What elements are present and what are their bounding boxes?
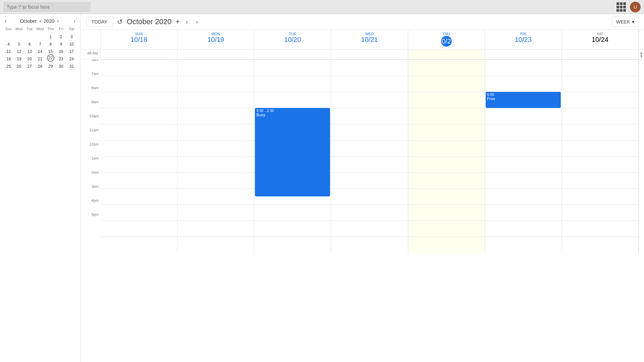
- user-avatar[interactable]: U: [630, 2, 641, 12]
- mini-cal-day-24[interactable]: 24: [66, 54, 77, 62]
- busy-event[interactable]: 9:00 - 2:30 Busy: [255, 108, 330, 196]
- mini-cal-year: 2020: [44, 18, 54, 24]
- week-grid: SUN 10/18 MON 10/19 TUE 10/20 WED 10/21 …: [80, 30, 644, 362]
- mini-cal-day-17[interactable]: 17: [66, 47, 77, 54]
- time-labels-col: 6am 7am 8am 9am 10am 11am 12pm 1pm 2pm 3…: [80, 60, 101, 253]
- day-col-sat[interactable]: [562, 60, 639, 253]
- mini-cal-day-9[interactable]: 9: [56, 40, 66, 47]
- mini-cal-day-19[interactable]: 19: [14, 54, 24, 62]
- search-input[interactable]: [3, 2, 91, 12]
- allday-scroll-btns: ▲ ▼: [639, 50, 644, 59]
- mini-cal-day-25[interactable]: 25: [3, 62, 14, 69]
- mini-cal-day-16[interactable]: 16: [56, 47, 66, 54]
- time-label-8am: 8am: [80, 86, 101, 102]
- mini-cal-day-5[interactable]: 5: [14, 40, 24, 47]
- mini-cal-day-empty: [24, 32, 35, 40]
- mini-cal-day-empty: [35, 32, 45, 40]
- mini-cal-day-29[interactable]: 29: [45, 62, 56, 69]
- cal-toolbar: TODAY ↺ October 2020 + ‹ › WEEK ▾: [80, 14, 644, 30]
- day-col-wed[interactable]: [331, 60, 408, 253]
- time-label-12pm: 12pm: [80, 142, 101, 158]
- allday-tue[interactable]: [254, 50, 331, 59]
- allday-thu[interactable]: [408, 50, 485, 59]
- day-header-wed[interactable]: WED 10/21: [331, 30, 408, 49]
- day-header-thu[interactable]: THU 10/22: [408, 30, 485, 49]
- mini-cal-day-4[interactable]: 4: [3, 40, 14, 47]
- refresh-icon[interactable]: ↺: [117, 18, 123, 26]
- mini-cal-day-empty: [3, 32, 14, 40]
- mini-cal-day-1[interactable]: 1: [45, 32, 56, 40]
- mini-cal-prev[interactable]: ‹: [3, 17, 8, 25]
- view-select[interactable]: WEEK ▾: [612, 17, 639, 27]
- allday-fri[interactable]: [485, 50, 562, 59]
- mini-cal-day-21[interactable]: 21: [35, 54, 45, 62]
- next-week-button[interactable]: ›: [194, 17, 200, 27]
- allday-row: all-day ▲ ▼: [80, 50, 644, 60]
- mini-cal-day-23[interactable]: 23: [56, 54, 66, 62]
- scrollbar-placeholder: [639, 60, 644, 253]
- mini-cal-day-28[interactable]: 28: [35, 62, 45, 69]
- mini-cal-grid: Sun Mon Tue Wed Thu Fri Sat 1 2 3: [3, 27, 77, 69]
- day-col-sun[interactable]: [101, 60, 177, 253]
- day-headers: SUN 10/18 MON 10/19 TUE 10/20 WED 10/21 …: [80, 30, 644, 50]
- chevron-down-icon: ▾: [632, 19, 634, 24]
- day-header-sat[interactable]: SAT 10/24: [562, 30, 639, 49]
- mini-cal-year-next[interactable]: ›: [56, 17, 60, 25]
- free-event-time-label: 8:00: [487, 93, 559, 97]
- mini-cal-day-13[interactable]: 13: [24, 47, 35, 54]
- mini-cal-day-27[interactable]: 27: [24, 62, 35, 69]
- mini-cal-day-2[interactable]: 2: [56, 32, 66, 40]
- allday-mon[interactable]: [177, 50, 254, 59]
- mini-cal-next[interactable]: ›: [72, 17, 77, 25]
- day-col-thu[interactable]: [408, 60, 485, 253]
- calendar-main: TODAY ↺ October 2020 + ‹ › WEEK ▾ SUN 10…: [80, 14, 644, 362]
- mini-cal-day-7[interactable]: 7: [35, 40, 45, 47]
- calendar-title: October 2020: [127, 17, 171, 26]
- event-time-label: 9:00 - 2:30: [256, 109, 329, 113]
- mini-cal-day-10[interactable]: 10: [66, 40, 77, 47]
- day-header-fri[interactable]: FRI 10/23: [485, 30, 562, 49]
- time-label-10am: 10am: [80, 114, 101, 130]
- mini-calendar: ‹ October ‹ 2020 › › Sun Mon Tue Wed Thu…: [0, 17, 80, 69]
- allday-sun[interactable]: [101, 50, 177, 59]
- allday-scroll-up[interactable]: ▲: [640, 51, 643, 55]
- prev-week-button[interactable]: ‹: [184, 17, 190, 27]
- mini-cal-day-22[interactable]: 22: [47, 54, 54, 62]
- mini-cal-year-prev[interactable]: ‹: [38, 17, 43, 25]
- time-grid: 6am 7am 8am 9am 10am 11am 12pm 1pm 2pm 3…: [80, 60, 644, 253]
- free-event[interactable]: 8:00 Free: [486, 92, 561, 108]
- mini-cal-day-31[interactable]: 31: [66, 62, 77, 69]
- today-button[interactable]: TODAY: [86, 17, 113, 27]
- allday-scroll-down[interactable]: ▼: [640, 55, 643, 58]
- mini-cal-day-15[interactable]: 15: [45, 47, 56, 54]
- day-header-tue[interactable]: TUE 10/20: [254, 30, 331, 49]
- mini-cal-month-year: October ‹ 2020 ›: [20, 17, 60, 25]
- mini-cal-day-20[interactable]: 20: [24, 54, 35, 62]
- mini-cal-day-18[interactable]: 18: [3, 54, 14, 62]
- free-event-title-label: Free: [487, 97, 559, 101]
- day-col-fri[interactable]: 8:00 Free: [485, 60, 562, 253]
- mini-cal-day-8[interactable]: 8: [45, 40, 56, 47]
- time-grid-wrapper[interactable]: 6am 7am 8am 9am 10am 11am 12pm 1pm 2pm 3…: [80, 60, 644, 362]
- time-label-1pm: 1pm: [80, 156, 101, 172]
- day-header-mon[interactable]: MON 10/19: [177, 30, 254, 49]
- mini-cal-day-12[interactable]: 12: [14, 47, 24, 54]
- mini-cal-day-6[interactable]: 6: [24, 40, 35, 47]
- day-col-tue[interactable]: 9:00 - 2:30 Busy: [254, 60, 331, 253]
- mini-cal-day-empty: [14, 32, 24, 40]
- apps-icon[interactable]: [616, 2, 626, 12]
- mini-cal-day-11[interactable]: 11: [3, 47, 14, 54]
- time-label-4pm: 4pm: [80, 198, 101, 215]
- mini-cal-day-30[interactable]: 30: [56, 62, 66, 69]
- sidebar: ‹ October ‹ 2020 › › Sun Mon Tue Wed Thu…: [0, 14, 80, 362]
- day-header-sun[interactable]: SUN 10/18: [101, 30, 177, 49]
- mini-cal-day-26[interactable]: 26: [14, 62, 24, 69]
- allday-sat[interactable]: [562, 50, 639, 59]
- mini-cal-day-3[interactable]: 3: [66, 32, 77, 40]
- main-container: ‹ October ‹ 2020 › › Sun Mon Tue Wed Thu…: [0, 14, 644, 362]
- add-event-button[interactable]: +: [175, 17, 180, 26]
- mini-cal-month: October: [20, 18, 37, 24]
- day-col-mon[interactable]: [177, 60, 254, 253]
- mini-cal-day-14[interactable]: 14: [35, 47, 45, 54]
- allday-wed[interactable]: [331, 50, 408, 59]
